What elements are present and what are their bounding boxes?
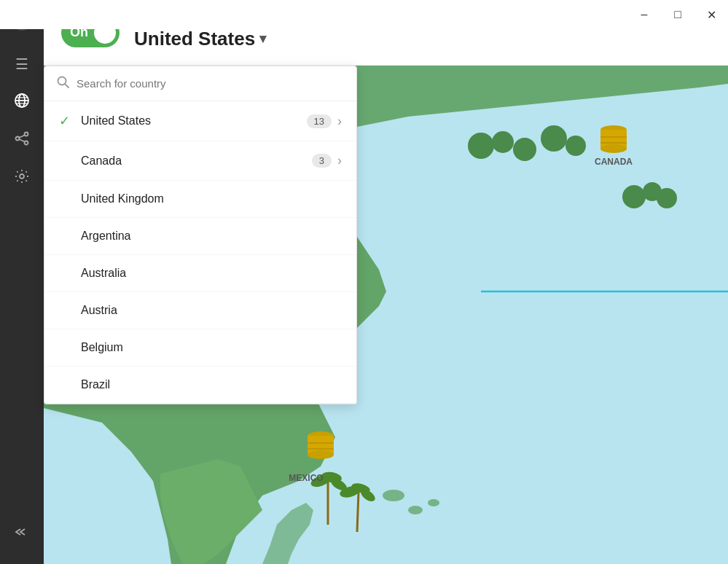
country-selector[interactable]: United States ▾ [134,28,266,50]
country-list-item[interactable]: Argentina [44,218,356,255]
svg-point-7 [16,136,20,140]
svg-point-11 [20,174,24,179]
server-count-badge: 13 [307,114,332,128]
country-list-item[interactable]: Canada3› [44,141,356,181]
country-name: Austria [81,304,342,317]
country-list-item[interactable]: Australia [44,255,356,292]
sidebar-item-servers[interactable] [6,86,38,118]
sidebar-item-share[interactable] [6,124,38,156]
country-dropdown: ✓United States13›Canada3›United KingdomA… [44,66,357,404]
svg-line-9 [19,135,25,138]
country-name: Argentina [81,230,342,243]
canada-label: CANADA [595,157,633,167]
mexico-label: MEXICO [289,473,323,483]
country-list-item[interactable]: Austria [44,292,356,329]
svg-point-6 [25,132,28,136]
svg-point-25 [492,131,514,153]
globe-icon [14,93,30,112]
svg-point-15 [428,499,439,506]
sidebar-item-settings[interactable] [6,162,38,194]
svg-point-24 [468,133,494,159]
svg-point-13 [383,490,404,501]
country-name: Canada [81,154,312,168]
expand-icon: › [337,114,342,129]
country-name: Brazil [81,378,342,391]
svg-point-8 [25,141,28,144]
maximize-button[interactable]: □ [661,0,694,29]
hamburger-icon: ☰ [15,55,28,73]
mexico-icon [308,431,334,459]
country-list: ✓United States13›Canada3›United KingdomA… [44,101,356,404]
collapse-icon [15,525,29,543]
svg-point-39 [308,450,334,459]
close-icon: ✕ [707,8,716,22]
server-count-badge: 3 [312,154,332,168]
svg-line-10 [19,139,25,142]
svg-point-44 [600,144,627,153]
svg-point-26 [513,138,536,161]
selected-country: United States [134,28,255,50]
sidebar-bottom [6,514,38,552]
svg-point-28 [565,136,586,156]
chevron-down-icon: ▾ [259,31,266,47]
maximize-icon: □ [674,8,681,21]
minimize-icon: – [641,8,648,21]
svg-point-27 [541,125,567,152]
svg-line-33 [357,492,359,532]
search-input[interactable] [77,77,345,90]
close-button[interactable]: ✕ [694,0,728,29]
country-name: Australia [81,267,342,280]
share-icon [14,130,30,150]
expand-icon: › [337,153,342,168]
sidebar: ☰ [0,0,44,564]
svg-point-14 [408,506,423,514]
country-list-item[interactable]: Belgium [44,329,356,367]
svg-line-51 [65,84,69,87]
search-box [44,66,356,101]
sidebar-item-menu[interactable]: ☰ [6,48,38,80]
canada-icon [600,125,627,153]
title-bar: – □ ✕ [0,0,728,29]
svg-point-49 [657,188,677,208]
country-check-icon: ✓ [59,113,78,129]
country-name: United States [81,114,307,128]
country-name: Belgium [81,341,342,354]
sidebar-item-collapse[interactable] [6,517,38,549]
country-name: United Kingdom [81,192,342,205]
settings-icon [14,168,30,188]
window-controls: – □ ✕ [627,0,728,29]
minimize-button[interactable]: – [627,0,661,29]
svg-point-47 [622,185,646,208]
country-list-item[interactable]: Brazil [44,367,356,404]
search-icon [56,75,69,92]
country-list-item[interactable]: ✓United States13› [44,101,356,141]
country-list-item[interactable]: United Kingdom [44,181,356,218]
